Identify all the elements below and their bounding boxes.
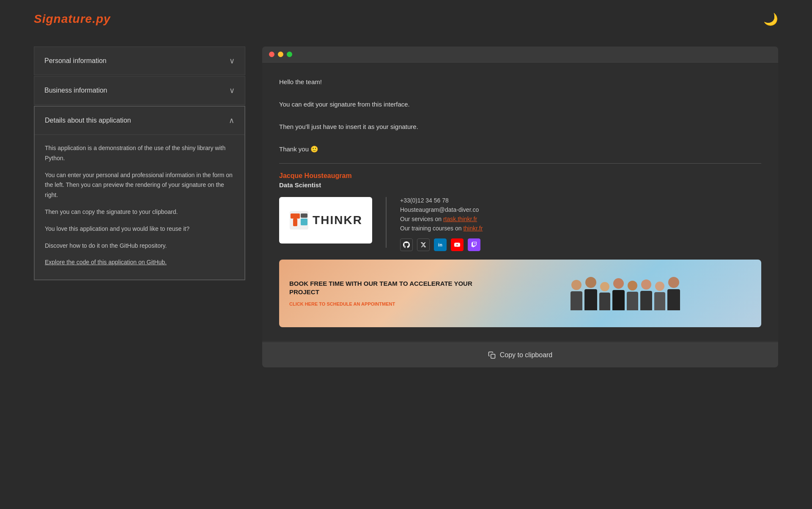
svg-rect-1 — [291, 213, 300, 219]
copy-to-clipboard-button[interactable]: Copy to clipboard — [262, 342, 778, 367]
banner-title: BOOK FREE TIME WITH OUR TEAM TO ACCELERA… — [289, 279, 486, 296]
signature-phone: +33(0)12 34 56 78 — [400, 197, 483, 204]
svg-rect-5 — [491, 354, 495, 358]
services-link[interactable]: rtask.thinkr.fr — [443, 216, 477, 222]
training-link[interactable]: thinkr.fr — [463, 225, 483, 232]
details-para-2: You can enter your personal and professi… — [45, 170, 234, 200]
details-para-4: You love this application and you would … — [45, 224, 234, 234]
accordion-business: Business information ∨ — [34, 76, 245, 105]
accordion-personal-label: Personal information — [44, 57, 107, 65]
email-line2: Then you'll just have to insert it as yo… — [279, 121, 761, 132]
email-line1: You can edit your signature from this in… — [279, 99, 761, 110]
window-dot-yellow — [278, 52, 283, 57]
details-para-5: Discover how to do it on the GitHub repo… — [45, 241, 234, 251]
github-social-icon[interactable] — [400, 238, 413, 251]
app-logo: Signature.py — [34, 12, 111, 26]
accordion-details-label: Details about this application — [45, 117, 131, 124]
thinkr-text: THINKR — [313, 213, 362, 227]
training-line: Our training courses on thinkr.fr — [400, 225, 483, 232]
details-para-1: This application is a demonstration of t… — [45, 143, 234, 164]
email-line3: Thank you 🙂 — [279, 143, 761, 155]
signature-title: Data Scientist — [279, 181, 761, 189]
thinkr-logo: THINKR — [289, 210, 362, 230]
chevron-details-icon: ∧ — [229, 116, 234, 125]
accordion-personal-header[interactable]: Personal information ∨ — [34, 47, 245, 75]
app-header: Signature.py 🌙 — [0, 0, 812, 38]
window-dot-green — [287, 52, 292, 57]
accordion-business-label: Business information — [44, 87, 107, 94]
linkedin-social-icon[interactable]: in — [434, 238, 447, 251]
twitter-social-icon[interactable] — [417, 238, 430, 251]
svg-rect-4 — [301, 213, 307, 218]
email-preview: Hello the team! You can edit your signat… — [262, 63, 778, 341]
svg-rect-3 — [301, 219, 307, 225]
window-chrome — [262, 47, 778, 63]
banner-box[interactable]: BOOK FREE TIME WITH OUR TEAM TO ACCELERA… — [279, 260, 761, 327]
accordion-details-body: This application is a demonstration of t… — [35, 134, 244, 279]
chevron-personal-icon: ∨ — [229, 56, 235, 66]
contact-details: +33(0)12 34 56 78 Housteaugram@data-dive… — [400, 197, 483, 251]
youtube-social-icon[interactable] — [451, 238, 464, 251]
contact-divider — [386, 197, 387, 248]
theme-toggle-icon[interactable]: 🌙 — [763, 12, 778, 26]
signature-divider — [279, 163, 761, 164]
banner-people — [472, 260, 761, 327]
twitch-social-icon[interactable] — [468, 238, 480, 251]
signature-email: Housteaugram@data-diver.co — [400, 206, 483, 213]
signature-name: Jacque Housteaugram — [279, 172, 761, 180]
banner-text-area: BOOK FREE TIME WITH OUR TEAM TO ACCELERA… — [279, 271, 496, 315]
thinkr-logo-box: THINKR — [279, 197, 372, 244]
window-dot-red — [269, 52, 274, 57]
accordion-details-header[interactable]: Details about this application ∧ — [35, 107, 244, 134]
signature-contact-row: THINKR +33(0)12 34 56 78 Housteaugram@da… — [279, 197, 761, 251]
details-para-3: Then you can copy the signature to your … — [45, 207, 234, 217]
clipboard-button-label: Copy to clipboard — [500, 351, 553, 359]
thinkr-icon — [289, 210, 309, 230]
accordion-personal: Personal information ∨ — [34, 47, 245, 75]
social-icons-row: in — [400, 238, 483, 251]
accordion-business-header[interactable]: Business information ∨ — [34, 77, 245, 104]
right-panel: Hello the team! You can edit your signat… — [262, 47, 778, 367]
github-link[interactable]: Explore the code of this application on … — [45, 259, 167, 265]
services-line: Our services on rtask.thinkr.fr — [400, 216, 483, 222]
banner-cta: CLICK HERE TO SCHEDULE AN APPOINTMENT — [289, 301, 486, 307]
email-greeting: Hello the team! — [279, 76, 761, 88]
left-panel: Personal information ∨ Business informat… — [34, 47, 245, 281]
svg-rect-2 — [293, 219, 297, 226]
main-content: Personal information ∨ Business informat… — [0, 38, 812, 376]
chevron-business-icon: ∨ — [229, 86, 235, 95]
clipboard-icon — [488, 351, 496, 359]
accordion-details: Details about this application ∧ This ap… — [34, 106, 245, 280]
